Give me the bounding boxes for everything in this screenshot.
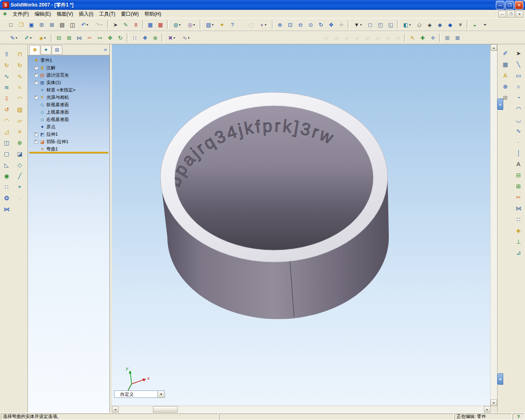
thicken-icon[interactable]: ◪ xyxy=(14,148,25,159)
tree-expander-icon[interactable] xyxy=(34,66,38,70)
3d-sketch-tool-icon[interactable]: ✐ xyxy=(500,48,511,59)
zoom-to-fit-icon[interactable]: ⊕ xyxy=(275,20,285,30)
shadows-display-icon[interactable]: ▼ xyxy=(455,20,466,30)
minimize-button[interactable]: — xyxy=(496,1,504,9)
scroll-up-button[interactable]: ▲ xyxy=(491,44,497,51)
mirror-entities-icon[interactable]: ⋈ xyxy=(74,33,84,43)
offset-entities-icon[interactable]: ⊞ xyxy=(64,33,74,43)
centerpoint-arc-tool-icon[interactable]: ◔ xyxy=(513,92,524,103)
convert-entities-icon[interactable]: ⊟ xyxy=(54,33,64,43)
show-origins-icon[interactable]: ▱ xyxy=(342,33,352,43)
tree-item-part1[interactable]: ❖ 零件1 xyxy=(29,57,109,64)
open-document-icon[interactable]: ❒ xyxy=(16,20,26,30)
circular-sketch-pattern-icon[interactable]: ❖ xyxy=(140,33,150,43)
tree-item-cut-extrude1[interactable]: ◪ 切除-拉伸1 xyxy=(29,138,109,145)
isometric-view-icon[interactable]: ◱ xyxy=(386,20,396,30)
display-relations-tool-icon[interactable]: ⊿ xyxy=(513,247,524,258)
show-planes-icon[interactable]: ▱ xyxy=(321,33,331,43)
dimension-expert-icon[interactable]: ✛ xyxy=(428,33,438,43)
spline-tools-icon[interactable]: ∿ xyxy=(179,33,193,43)
menu-view[interactable]: 视图(V) xyxy=(54,10,76,18)
viewport-canvas[interactable]: bpajrq34jkfprk]3rw x y xyxy=(112,44,491,406)
feature-statistics-icon[interactable]: ⊞ xyxy=(442,33,452,43)
scroll-right-button[interactable]: ► xyxy=(484,406,491,413)
extend-entities-icon[interactable]: ↦ xyxy=(95,33,105,43)
pan-icon[interactable]: ✥ xyxy=(326,20,336,30)
edit-sketch-pattern-icon[interactable]: ⊕ xyxy=(150,33,160,43)
scroll-down-button[interactable]: ▼ xyxy=(491,399,497,406)
revolved-cut-icon[interactable]: ↺ xyxy=(1,104,12,115)
three-point-arc-tool-icon[interactable]: ◡ xyxy=(513,114,524,125)
offset-entities-tool-icon[interactable]: ⊞ xyxy=(513,180,524,192)
tree-item-extrude1[interactable]: ◩ 拉伸1 xyxy=(29,130,109,138)
tree-item-front-plane[interactable]: ◇ 前视基准面 xyxy=(29,101,109,108)
collapse-bottom-button[interactable]: » xyxy=(497,373,503,385)
panel-expand-button[interactable]: » xyxy=(101,46,110,54)
undo-icon[interactable]: ↶ xyxy=(78,20,92,30)
selection-filter-toggle-icon[interactable]: ◍ xyxy=(170,20,184,30)
edit-appearance-icon[interactable]: ◐ xyxy=(256,20,271,30)
save-icon[interactable]: ▣ xyxy=(26,20,37,30)
shaded-display-icon[interactable]: ◆ xyxy=(445,20,455,30)
tree-expander-icon[interactable] xyxy=(34,73,38,77)
wireframe-display-icon[interactable]: ◇ xyxy=(414,20,425,30)
tree-expander-icon[interactable] xyxy=(34,140,38,144)
mdi-minimize-button[interactable]: — xyxy=(498,11,506,18)
revolved-boss-icon[interactable]: ↻ xyxy=(1,59,12,71)
make-drawing-from-part-icon[interactable]: ⊞ xyxy=(37,20,47,30)
smart-dimension-icon[interactable]: ◈ xyxy=(35,33,50,43)
close-button[interactable]: ✕ xyxy=(515,1,523,9)
menu-file[interactable]: 文件(F) xyxy=(10,10,32,18)
tree-item-material[interactable]: ≡ 材质 <未指定> xyxy=(29,86,109,94)
featuremanager-tab[interactable]: ❖ xyxy=(30,45,40,55)
tree-item-top-plane[interactable]: ◇ 上视基准面 xyxy=(29,108,109,116)
menu-window[interactable]: 窗口(W) xyxy=(118,10,142,18)
tree-item-annotations[interactable]: A 注解 xyxy=(29,64,109,71)
zoom-in-out-icon[interactable]: ⊖ xyxy=(295,20,306,30)
hole-wizard-icon[interactable]: ◉ xyxy=(1,170,12,181)
help-icon[interactable]: ? xyxy=(227,20,237,30)
shaded-with-edges-display-icon[interactable]: ◆ xyxy=(435,20,445,30)
reference-point-icon[interactable]: ∙ xyxy=(14,192,25,203)
mirror-feature-icon[interactable]: ⋈ xyxy=(1,203,12,215)
reference-axis-icon[interactable]: ╱ xyxy=(14,170,25,181)
equations-icon[interactable]: ▦ xyxy=(155,20,166,30)
point-tool-icon[interactable]: ∙ xyxy=(513,136,524,147)
geometry-analysis-icon[interactable]: ⊠ xyxy=(452,33,463,43)
tree-item-right-plane[interactable]: ◇ 右视基准面 xyxy=(29,116,109,123)
tree-item-origin[interactable]: ⌖ 原点 xyxy=(29,123,109,130)
spline-tool-icon[interactable]: ∿ xyxy=(513,125,524,136)
3d-drawing-view-icon[interactable]: ✚ xyxy=(336,20,347,30)
ring-model[interactable]: bpajrq34jkfprk]3rw xyxy=(160,92,389,319)
line-tool-icon[interactable]: ╲ xyxy=(513,59,524,70)
convert-entities-tool-icon[interactable]: ⊟ xyxy=(513,169,524,180)
print-icon[interactable]: ▤ xyxy=(57,20,67,30)
chamfer-icon[interactable]: ◿ xyxy=(1,126,12,137)
move-entities-icon[interactable]: ✥ xyxy=(105,33,115,43)
tree-item-design-binder[interactable]: ▤ 设计活页夹 xyxy=(29,71,109,79)
linear-sketch-pattern-icon[interactable]: ∷ xyxy=(130,33,140,43)
view-settings-icon[interactable]: ▢ xyxy=(246,20,256,30)
rapid-sketch-icon[interactable]: ✚ xyxy=(418,33,428,43)
add-relation-tool-icon[interactable]: ⊥ xyxy=(513,236,524,247)
swept-surface-icon[interactable]: ∿ xyxy=(14,71,25,82)
3d-sketch-icon[interactable]: ✐ xyxy=(21,33,35,43)
zoom-tool-icon[interactable]: ⊕ xyxy=(500,81,511,92)
shell-icon[interactable]: ▢ xyxy=(1,148,12,159)
lofted-boss-icon[interactable]: ≋ xyxy=(1,82,12,93)
reference-plane-icon[interactable]: ◇ xyxy=(14,159,25,170)
linear-pattern-tool-icon[interactable]: ∷ xyxy=(513,214,524,225)
menu-edit[interactable]: 编辑(E) xyxy=(32,10,54,18)
hidden-lines-display-icon[interactable]: ◈ xyxy=(425,20,435,30)
smart-dimension-tool-icon[interactable]: ◈ xyxy=(513,225,524,236)
show-annotations-icon[interactable]: ▱ xyxy=(383,33,393,43)
circle-tool-icon[interactable]: ○ xyxy=(513,81,524,92)
show-sketches-icon[interactable]: ▱ xyxy=(352,33,362,43)
zoom-to-selection-icon[interactable]: ⊙ xyxy=(306,20,316,30)
view-selector[interactable]: 自定义 ▼ xyxy=(114,390,165,398)
tangent-arc-tool-icon[interactable]: ◠ xyxy=(513,103,524,114)
vertical-scrollbar[interactable]: ▲ ▼ xyxy=(490,44,497,406)
centerline-tool-icon[interactable]: ┆ xyxy=(513,147,524,158)
tree-item-solid-bodies[interactable]: ▦ 实体(1) xyxy=(29,79,109,86)
menu-tools[interactable]: 工具(T) xyxy=(96,10,118,18)
